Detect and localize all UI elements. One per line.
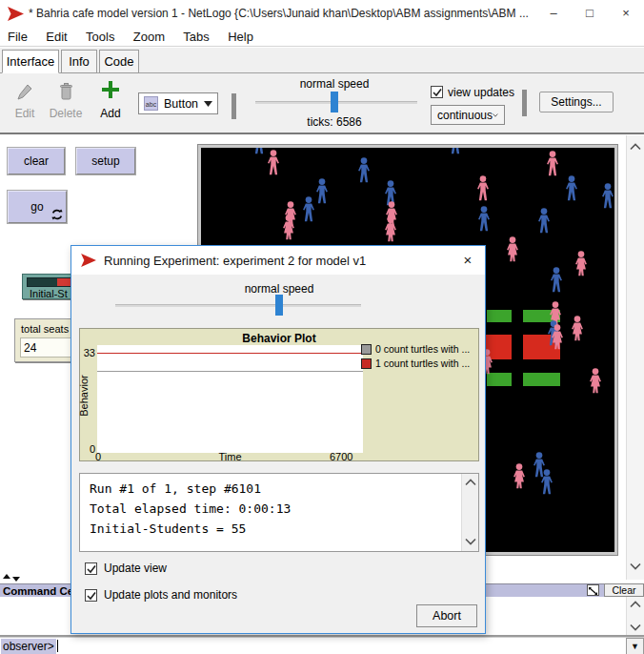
- scroll-up-icon[interactable]: [630, 143, 641, 151]
- menu-zoom[interactable]: Zoom: [126, 27, 172, 44]
- view-updates-checkbox[interactable]: [431, 86, 443, 98]
- update-mode-value: continuous: [437, 109, 493, 122]
- person-turtle-pink: [547, 151, 558, 175]
- update-plots-checkbox-row[interactable]: Update plots and monitors: [85, 588, 237, 602]
- netlogo-window: * Bahria cafe model version 1 - NetLogo …: [0, 0, 644, 654]
- x-axis-label: Time: [175, 451, 285, 462]
- checkbox-label: Update view: [104, 562, 167, 575]
- ticks-counter: ticks: 6586: [287, 115, 382, 129]
- y-tick-min: 0: [82, 443, 95, 455]
- run-output-line: Initial-Students = 55: [90, 519, 455, 539]
- legend-swatch-red: [361, 358, 372, 369]
- widget-type-value: Button: [158, 97, 204, 111]
- toolbar: Edit Delete Add abc Button normal speed …: [0, 73, 644, 134]
- observer-command-line[interactable]: observer> ▼: [0, 637, 644, 654]
- person-turtle-pink: [385, 216, 396, 241]
- settings-button[interactable]: Settings...: [539, 92, 614, 112]
- command-center-clear-button[interactable]: Clear: [604, 583, 644, 597]
- dialog-title-bar: Running Experiment: experiment 2 for mod…: [71, 246, 485, 275]
- check-icon: [86, 563, 97, 575]
- delete-trash-icon[interactable]: [59, 83, 73, 100]
- add-tool-label[interactable]: Add: [93, 107, 128, 120]
- behavior-plot: Behavior Plot 33 0 Behavior 0 Time 6700 …: [79, 328, 479, 461]
- menu-help[interactable]: Help: [220, 27, 261, 44]
- checkbox[interactable]: [85, 562, 97, 575]
- running-experiment-dialog: Running Experiment: experiment 2 for mod…: [70, 245, 486, 634]
- command-output-scrollbar[interactable]: [626, 597, 644, 635]
- checkbox[interactable]: [85, 589, 97, 602]
- person-turtle-blue: [303, 196, 314, 221]
- run-output-line: Run #1 of 1, step #6101: [90, 479, 455, 499]
- person-turtle-blue: [551, 267, 562, 292]
- edit-pencil-icon[interactable]: [17, 84, 32, 100]
- expand-command-center-icon[interactable]: [587, 584, 599, 596]
- netlogo-flag-icon: [8, 7, 25, 21]
- person-turtle-blue: [316, 178, 328, 203]
- tab-code[interactable]: Code: [99, 50, 139, 73]
- maximize-button[interactable]: □: [572, 0, 608, 27]
- green-table-block: [487, 310, 512, 322]
- observer-prompt: observer>: [1, 639, 56, 654]
- menu-tabs[interactable]: Tabs: [175, 27, 216, 44]
- plot-series-line: [97, 353, 363, 354]
- dialog-speed-thumb[interactable]: [275, 295, 283, 316]
- button-widget-mini-icon: abc: [144, 96, 158, 111]
- splitter-arrows-icon[interactable]: [3, 573, 22, 582]
- person-turtle-blue: [478, 206, 490, 231]
- person-turtle-blue: [541, 469, 553, 494]
- person-turtle-pink: [513, 463, 525, 488]
- speed-slider-thumb[interactable]: [331, 92, 338, 112]
- setup-button[interactable]: setup: [76, 148, 135, 174]
- scroll-down-icon[interactable]: [630, 623, 641, 631]
- update-mode-dropdown[interactable]: continuous: [431, 105, 505, 125]
- person-turtle-blue: [566, 175, 577, 200]
- legend-entry: 0 count turtles with ...: [361, 343, 470, 355]
- widget-type-dropdown[interactable]: abc Button: [138, 92, 218, 114]
- scroll-up-icon[interactable]: [465, 479, 476, 486]
- person-turtle-pink: [477, 175, 489, 200]
- person-turtle-pink: [575, 251, 587, 276]
- window-title: * Bahria cafe model version 1 - NetLogo …: [29, 7, 529, 20]
- view-updates-label[interactable]: view updates: [448, 86, 524, 99]
- observer-context-dropdown[interactable]: ▼: [626, 638, 644, 654]
- check-icon: [432, 87, 443, 98]
- toolbar-separator-1: [231, 93, 236, 119]
- green-table-block: [487, 373, 512, 386]
- minimize-button[interactable]: –: [535, 0, 572, 27]
- close-button[interactable]: ×: [608, 0, 644, 27]
- tab-info[interactable]: Info: [61, 50, 97, 73]
- scroll-down-icon[interactable]: [630, 562, 641, 570]
- checkbox-label: Update plots and monitors: [104, 588, 237, 602]
- y-axis-label: Behavior: [78, 367, 90, 424]
- menu-edit[interactable]: Edit: [38, 27, 74, 44]
- menu-file[interactable]: File: [0, 27, 35, 44]
- toolbar-separator-2: [522, 90, 527, 116]
- legend-label: 1 count turtles with ...: [375, 358, 470, 369]
- person-turtle-pink: [507, 236, 518, 261]
- delete-tool-label[interactable]: Delete: [45, 107, 87, 120]
- dialog-speed-track[interactable]: [115, 304, 361, 307]
- scroll-up-icon[interactable]: [630, 601, 641, 608]
- tab-interface[interactable]: Interface: [2, 50, 59, 73]
- person-turtle-pink: [572, 316, 583, 340]
- clear-button[interactable]: clear: [8, 148, 65, 174]
- add-plus-icon[interactable]: [102, 81, 119, 98]
- update-view-checkbox-row[interactable]: Update view: [85, 562, 167, 575]
- edit-tool-label[interactable]: Edit: [8, 107, 42, 120]
- person-turtle-blue: [358, 157, 370, 182]
- abort-button[interactable]: Abort: [416, 604, 477, 627]
- x-tick-max: 6700: [330, 451, 352, 462]
- slider-handle[interactable]: [57, 278, 70, 286]
- person-turtle-blue: [533, 452, 545, 477]
- menu-tools[interactable]: Tools: [78, 27, 122, 44]
- dropdown-arrow-icon: [204, 101, 212, 107]
- run-output-scrollbar[interactable]: [461, 474, 478, 551]
- run-output-line: Total elapsed time: 0:00:13: [90, 499, 455, 519]
- scroll-down-icon[interactable]: [465, 538, 476, 545]
- interface-scrollbar[interactable]: [626, 135, 644, 580]
- go-button[interactable]: go: [8, 191, 67, 223]
- dialog-close-button[interactable]: ×: [454, 248, 481, 273]
- green-table-block: [523, 373, 560, 386]
- person-turtle-pink: [590, 368, 601, 393]
- menu-bar: File Edit Tools Zoom Tabs Help: [0, 27, 644, 47]
